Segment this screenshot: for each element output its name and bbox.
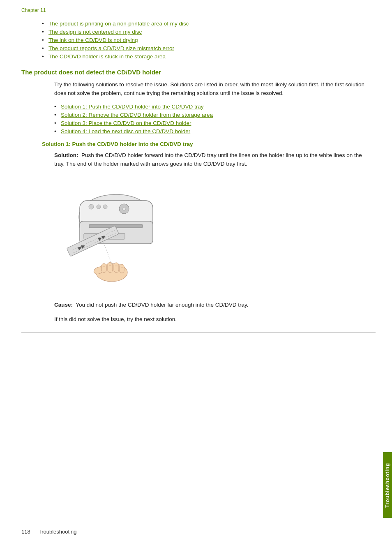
- list-item: The product is printing on a non-printab…: [42, 21, 376, 27]
- link-solution-3[interactable]: Solution 3: Place the CD/DVD on the CD/D…: [61, 120, 191, 126]
- svg-rect-20: [120, 264, 124, 273]
- link-solution-4[interactable]: Solution 4: Load the next disc on the CD…: [61, 128, 190, 134]
- link-non-printable[interactable]: The product is printing on a non-printab…: [48, 21, 189, 27]
- link-solution-1[interactable]: Solution 1: Push the CD/DVD holder into …: [61, 104, 203, 110]
- svg-rect-17: [101, 263, 106, 273]
- chapter-label: Chapter 11: [21, 7, 376, 13]
- list-item: The design is not centered on my disc: [42, 29, 376, 35]
- link-not-centered[interactable]: The design is not centered on my disc: [48, 29, 142, 35]
- link-holder-stuck[interactable]: The CD/DVD holder is stuck in the storag…: [48, 53, 166, 60]
- svg-point-4: [89, 204, 94, 209]
- sidebar-label-text: Troubleshooting: [385, 463, 390, 508]
- section-heading: The product does not detect the CD/DVD h…: [21, 69, 376, 76]
- top-bullet-list: The product is printing on a non-printab…: [42, 21, 376, 60]
- list-item: Solution 1: Push the CD/DVD holder into …: [54, 104, 376, 110]
- next-solution-text: If this did not solve the issue, try the…: [54, 315, 367, 324]
- cause-label: Cause:: [54, 302, 73, 308]
- svg-point-6: [103, 205, 107, 209]
- link-ink-not-drying[interactable]: The ink on the CD/DVD is not drying: [48, 37, 138, 43]
- list-item: The CD/DVD holder is stuck in the storag…: [42, 53, 376, 60]
- svg-rect-18: [108, 262, 113, 273]
- page-footer: 118 Troubleshooting: [21, 529, 376, 535]
- svg-point-8: [122, 207, 126, 210]
- printer-image: ▶▶ ▶▶: [54, 176, 161, 291]
- solution-list: Solution 1: Push the CD/DVD holder into …: [54, 104, 376, 134]
- list-item: Solution 4: Load the next disc on the CD…: [54, 128, 376, 134]
- section-divider: [21, 332, 376, 333]
- solution1-body: Solution: Push the CD/DVD holder forward…: [54, 151, 367, 169]
- svg-point-5: [97, 205, 101, 209]
- list-item: Solution 2: Remove the CD/DVD holder fro…: [54, 112, 376, 118]
- link-mismatch-error[interactable]: The product reports a CD/DVD size mismat…: [48, 45, 174, 51]
- sidebar-troubleshooting: Troubleshooting: [383, 452, 392, 518]
- solution-label: Solution:: [54, 152, 78, 158]
- solution1-heading: Solution 1: Push the CD/DVD holder into …: [42, 141, 376, 147]
- link-solution-2[interactable]: Solution 2: Remove the CD/DVD holder fro…: [61, 112, 213, 118]
- list-item: The product reports a CD/DVD size mismat…: [42, 45, 376, 51]
- footer-label: Troubleshooting: [39, 529, 77, 535]
- cause-text: You did not push the CD/DVD holder far e…: [76, 302, 248, 308]
- page-number: 118: [21, 529, 30, 535]
- svg-line-25: [104, 243, 112, 264]
- printer-svg: ▶▶ ▶▶: [54, 176, 161, 291]
- list-item: The ink on the CD/DVD is not drying: [42, 37, 376, 43]
- solution-text: Push the CD/DVD holder forward into the …: [54, 152, 362, 167]
- cause-body: Cause: You did not push the CD/DVD holde…: [54, 301, 367, 310]
- section-intro: Try the following solutions to resolve t…: [54, 81, 367, 98]
- svg-rect-19: [114, 263, 119, 273]
- list-item: Solution 3: Place the CD/DVD on the CD/D…: [54, 120, 376, 126]
